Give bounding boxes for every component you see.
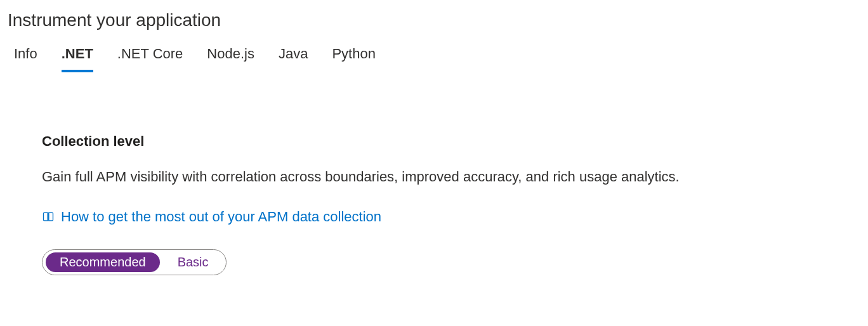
doc-link[interactable]: How to get the most out of your APM data… xyxy=(61,209,381,225)
tab-dotnet[interactable]: .NET xyxy=(62,46,93,72)
collection-level-toggle: Recommended Basic xyxy=(42,249,227,275)
tab-python[interactable]: Python xyxy=(332,46,376,72)
doc-link-row: How to get the most out of your APM data… xyxy=(42,209,868,225)
tab-info[interactable]: Info xyxy=(14,46,37,72)
section-description: Gain full APM visibility with correlatio… xyxy=(42,167,868,187)
tabs-container: Info .NET .NET Core Node.js Java Python xyxy=(0,46,868,72)
tab-nodejs[interactable]: Node.js xyxy=(207,46,254,72)
tab-java[interactable]: Java xyxy=(279,46,308,72)
page-title: Instrument your application xyxy=(0,0,868,46)
toggle-basic[interactable]: Basic xyxy=(164,252,223,272)
section-heading: Collection level xyxy=(42,133,868,150)
toggle-recommended[interactable]: Recommended xyxy=(46,252,160,272)
tab-dotnet-core[interactable]: .NET Core xyxy=(117,46,183,72)
content-area: Collection level Gain full APM visibilit… xyxy=(0,82,868,275)
book-icon xyxy=(42,211,55,223)
